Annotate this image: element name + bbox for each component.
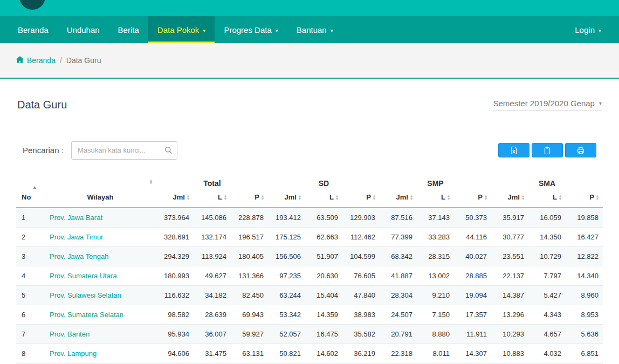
wilayah-link[interactable]: Prov. Sulawesi Selatan <box>50 291 121 299</box>
page-title: Data Guru <box>17 99 67 111</box>
wilayah-link[interactable]: Prov. Jawa Barat <box>50 214 102 222</box>
column-header-wilayah[interactable]: ▴▾ Wilayah <box>44 174 156 208</box>
data-cell: 129.903 <box>342 208 380 228</box>
nav-item-bantuan[interactable]: Bantuan▾ <box>287 16 342 43</box>
copy-clipboard-button[interactable] <box>532 143 563 157</box>
column-header-no[interactable]: ▴ No <box>16 174 44 208</box>
column-header-sma-l[interactable]: L▴▾ <box>528 192 566 208</box>
data-guru-table: ▴ No ▴▾ Wilayah Total SD SMP SMA Jml▴▾L▴… <box>16 174 603 364</box>
table-row: 3Prov. Jawa Tengah294.329113.924180.4051… <box>16 246 603 266</box>
data-cell: 14.307 <box>454 344 491 363</box>
row-number-cell: 5 <box>16 285 44 305</box>
sort-icon: ▴▾ <box>187 195 189 200</box>
data-cell: 5.636 <box>566 324 603 344</box>
data-cell: 82.450 <box>231 285 268 305</box>
export-button-group <box>498 143 596 157</box>
sort-ascending-icon: ▴ <box>33 185 44 190</box>
nav-item-beranda[interactable]: Beranda <box>9 16 58 43</box>
data-cell: 328.691 <box>156 227 194 246</box>
search-label: Pencarian : <box>23 146 64 155</box>
wilayah-link[interactable]: Prov. Lampung <box>50 349 97 358</box>
column-header-smp-l[interactable]: L▴▾ <box>417 192 454 208</box>
data-cell: 16.059 <box>528 208 566 228</box>
data-cell: 87.516 <box>380 208 417 228</box>
breadcrumb: Beranda / Data Guru <box>0 43 619 79</box>
data-cell: 52.057 <box>268 324 305 344</box>
column-header-smp-p[interactable]: P▴▾ <box>454 192 491 208</box>
data-cell: 12.822 <box>566 246 603 266</box>
data-cell: 7.797 <box>528 266 566 285</box>
data-cell: 47.840 <box>342 285 380 305</box>
data-cell: 14.350 <box>528 227 566 246</box>
caret-down-icon: ▾ <box>331 28 333 33</box>
page-header: Data Guru Semester 2019/2020 Genap ▾ <box>0 79 619 126</box>
column-header-label: P <box>589 193 594 201</box>
column-header-smp-jml[interactable]: Jml▴▾ <box>380 192 417 208</box>
wilayah-link[interactable]: Prov. Sumatera Utara <box>50 272 117 280</box>
column-header-total-l[interactable]: L▴▾ <box>194 192 231 208</box>
wilayah-cell: Prov. Banten <box>44 324 156 344</box>
export-excel-button[interactable] <box>498 143 529 157</box>
login-label: Login <box>575 25 595 35</box>
wilayah-cell: Prov. Sumatera Selatan <box>44 305 156 324</box>
data-cell: 14.602 <box>305 344 342 363</box>
row-number-cell: 7 <box>16 324 44 344</box>
data-cell: 76.605 <box>342 266 380 285</box>
nav-item-berita[interactable]: Berita <box>109 16 148 43</box>
data-cell: 4.657 <box>528 324 566 344</box>
wilayah-link[interactable]: Prov. Banten <box>50 330 90 338</box>
column-header-label: P <box>255 193 259 201</box>
search-input[interactable] <box>71 141 177 160</box>
column-header-sd-l[interactable]: L▴▾ <box>305 192 342 208</box>
data-cell: 104.599 <box>342 246 380 266</box>
wilayah-link[interactable]: Prov. Sumatera Selatan <box>50 311 123 319</box>
data-cell: 19.858 <box>566 208 603 228</box>
data-cell: 62.663 <box>305 227 342 246</box>
sort-icon: ▴▾ <box>522 195 524 200</box>
data-cell: 10.293 <box>491 324 528 344</box>
group-header-sd: SD <box>268 174 380 192</box>
top-strip <box>0 0 619 16</box>
column-header-sma-jml[interactable]: Jml▴▾ <box>491 192 528 208</box>
data-cell: 94.606 <box>156 344 194 363</box>
data-cell: 28.304 <box>380 285 417 305</box>
wilayah-link[interactable]: Prov. Jawa Timur <box>50 233 103 241</box>
data-cell: 8.880 <box>417 324 454 344</box>
print-button[interactable] <box>565 143 596 157</box>
data-cell: 4.032 <box>528 344 566 363</box>
data-cell: 11.911 <box>454 324 491 344</box>
login-menu[interactable]: Login ▾ <box>566 16 610 43</box>
data-cell: 95.934 <box>156 324 194 344</box>
nav-item-unduhan[interactable]: Unduhan <box>58 16 109 43</box>
nav-item-data-pokok[interactable]: Data Pokok▾ <box>148 16 215 43</box>
nav-item-label: Berita <box>118 25 139 35</box>
wilayah-cell: Prov. Jawa Timur <box>44 227 156 246</box>
data-cell: 59.927 <box>231 324 268 344</box>
row-number-cell: 3 <box>16 246 44 266</box>
column-header-sd-jml[interactable]: Jml▴▾ <box>268 192 305 208</box>
table-group-header-row: ▴ No ▴▾ Wilayah Total SD SMP SMA <box>16 174 603 192</box>
data-cell: 6.851 <box>566 344 603 363</box>
column-header-sd-p[interactable]: P▴▾ <box>342 192 380 208</box>
data-cell: 14.340 <box>566 266 603 285</box>
table-toolbar: Pencarian : <box>0 126 619 163</box>
data-cell: 228.878 <box>231 208 268 228</box>
semester-select[interactable]: Semester 2019/2020 Genap ▾ <box>493 99 602 111</box>
sort-icon: ▴▾ <box>262 195 264 200</box>
wilayah-cell: Prov. Sumatera Utara <box>44 266 156 285</box>
nav-item-progres-data[interactable]: Progres Data▾ <box>215 16 287 43</box>
data-cell: 53.342 <box>268 305 305 324</box>
data-cell: 113.924 <box>194 246 231 266</box>
wilayah-link[interactable]: Prov. Jawa Tengah <box>50 252 108 260</box>
data-cell: 16.475 <box>305 324 342 344</box>
data-cell: 196.517 <box>231 227 268 246</box>
column-header-sma-p[interactable]: P▴▾ <box>566 192 603 208</box>
column-header-total-jml[interactable]: Jml▴▾ <box>156 192 194 208</box>
column-header-total-p[interactable]: P▴▾ <box>231 192 268 208</box>
table-row: 4Prov. Sumatera Utara180.99349.627131.36… <box>16 266 603 285</box>
breadcrumb-home-link[interactable]: Beranda <box>16 56 56 65</box>
caret-down-icon: ▾ <box>203 28 205 33</box>
data-cell: 193.412 <box>268 208 305 228</box>
column-header-label: Jml <box>173 193 185 201</box>
data-cell: 51.907 <box>305 246 342 266</box>
